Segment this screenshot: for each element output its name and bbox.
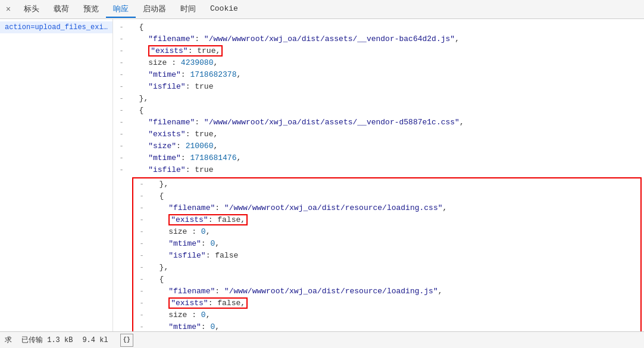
red-section: - }, - { - "filename": "/www/wwwroot/xwj…	[132, 177, 642, 331]
line-gutter: -	[133, 190, 150, 202]
line-gutter: -	[133, 214, 150, 226]
close-icon[interactable]: ×	[2, 4, 14, 15]
line-content: "filename": "/www/wwwroot/xwj_oa/dist/as…	[130, 117, 644, 128]
json-line: - "filename": "/www/wwwroot/xwj_oa/dist/…	[113, 117, 644, 128]
json-line: - "exists": false,	[133, 297, 640, 309]
line-gutter: -	[113, 117, 130, 128]
tab-initiator[interactable]: 启动器	[136, 1, 173, 18]
json-line: - size : 0,	[133, 309, 640, 321]
status-label1: 求	[5, 335, 12, 345]
json-line: - {	[113, 105, 644, 117]
line-gutter: -	[133, 286, 150, 297]
tab-cookie[interactable]: Cookie	[203, 2, 245, 17]
line-content: "exists": false,	[150, 214, 640, 226]
json-line: - {	[113, 21, 644, 33]
line-gutter: -	[133, 202, 150, 214]
json-line: - "mtime": 0,	[133, 321, 640, 331]
line-gutter: -	[133, 309, 150, 321]
line-gutter: -	[113, 81, 130, 93]
line-gutter: -	[133, 238, 150, 250]
tab-bar: × 标头 载荷 预览 响应 启动器 时间 Cookie	[0, 0, 644, 19]
json-line: - },	[133, 178, 640, 190]
json-line: - size : 0,	[133, 226, 640, 238]
json-line: - },	[113, 93, 644, 105]
tab-payload[interactable]: 载荷	[46, 1, 76, 18]
line-gutter: -	[113, 164, 130, 176]
line-content: "mtime": 0,	[150, 321, 640, 331]
line-content: "mtime": 1718681476,	[130, 152, 644, 164]
line-content: {	[130, 21, 644, 33]
line-content: "filename": "/www/wwwroot/xwj_oa/dist/re…	[150, 286, 640, 297]
line-gutter: -	[133, 297, 150, 309]
json-line: - "isfile": false	[133, 250, 640, 262]
line-content: {	[150, 274, 640, 286]
line-gutter: -	[133, 226, 150, 238]
status-transferred: 已传输 1.3 kB	[21, 335, 73, 345]
sidebar: action=upload_files_exists	[0, 19, 113, 331]
line-gutter: -	[133, 321, 150, 331]
line-content: {	[130, 105, 644, 117]
json-format-icon[interactable]: {}	[120, 334, 133, 347]
line-content: "isfile": true	[130, 164, 644, 176]
line-content: "filename": "/www/wwwroot/xwj_oa/dist/re…	[150, 202, 640, 214]
line-gutter: -	[113, 140, 130, 152]
line-gutter: -	[113, 93, 130, 105]
line-content: size : 0,	[150, 226, 640, 238]
line-content: "filename": "/www/wwwroot/xwj_oa/dist/as…	[130, 33, 644, 45]
line-content: "isfile": false	[150, 250, 640, 262]
main-content: action=upload_files_exists - { - "filena…	[0, 19, 644, 331]
sidebar-item-upload[interactable]: action=upload_files_exists	[0, 21, 112, 33]
line-gutter: -	[133, 262, 150, 274]
json-line: - "isfile": true	[113, 164, 644, 176]
line-gutter: -	[113, 21, 130, 33]
json-line: - "filename": "/www/wwwroot/xwj_oa/dist/…	[113, 33, 644, 45]
json-line: - "exists": true,	[113, 45, 644, 57]
line-content: },	[150, 262, 640, 274]
line-gutter: -	[133, 250, 150, 262]
line-content: {	[150, 190, 640, 202]
json-line: - {	[133, 274, 640, 286]
json-line: - "filename": "/www/wwwroot/xwj_oa/dist/…	[133, 202, 640, 214]
status-size: 9.4 kl	[82, 336, 108, 344]
tab-timing[interactable]: 时间	[173, 1, 203, 18]
json-line: - "mtime": 1718681476,	[113, 152, 644, 164]
line-gutter: -	[113, 105, 130, 117]
line-gutter: -	[113, 69, 130, 81]
json-line: - {	[133, 190, 640, 202]
line-gutter: -	[113, 152, 130, 164]
json-line: - "exists": true,	[113, 128, 644, 140]
line-content: "exists": true,	[130, 45, 644, 57]
line-content: size : 0,	[150, 309, 640, 321]
line-content: "exists": false,	[150, 297, 640, 309]
json-line: - "filename": "/www/wwwroot/xwj_oa/dist/…	[133, 286, 640, 297]
line-gutter: -	[133, 178, 150, 190]
line-gutter: -	[113, 33, 130, 45]
json-line: - size : 4239080,	[113, 57, 644, 69]
tab-preview[interactable]: 预览	[76, 1, 106, 18]
line-content: },	[150, 178, 640, 190]
tab-response[interactable]: 响应	[106, 1, 136, 18]
line-content: "exists": true,	[130, 128, 644, 140]
json-line: - "mtime": 0,	[133, 238, 640, 250]
line-gutter: -	[113, 128, 130, 140]
line-content: "mtime": 0,	[150, 238, 640, 250]
line-content: "isfile": true	[130, 81, 644, 93]
json-line: - "size": 210060,	[113, 140, 644, 152]
line-content: "mtime": 1718682378,	[130, 69, 644, 81]
status-bar: 求 已传输 1.3 kB 9.4 kl {}	[0, 331, 644, 348]
line-gutter: -	[113, 57, 130, 69]
line-gutter: -	[113, 45, 130, 57]
json-line: - },	[133, 262, 640, 274]
line-content: size : 4239080,	[130, 57, 644, 69]
line-gutter: -	[133, 274, 150, 286]
json-line: - "isfile": true	[113, 81, 644, 93]
json-viewer[interactable]: - { - "filename": "/www/wwwroot/xwj_oa/d…	[113, 19, 644, 331]
line-content: "size": 210060,	[130, 140, 644, 152]
tab-header[interactable]: 标头	[17, 1, 46, 18]
line-content: },	[130, 93, 644, 105]
json-line: - "mtime": 1718682378,	[113, 69, 644, 81]
json-line: - "exists": false,	[133, 214, 640, 226]
